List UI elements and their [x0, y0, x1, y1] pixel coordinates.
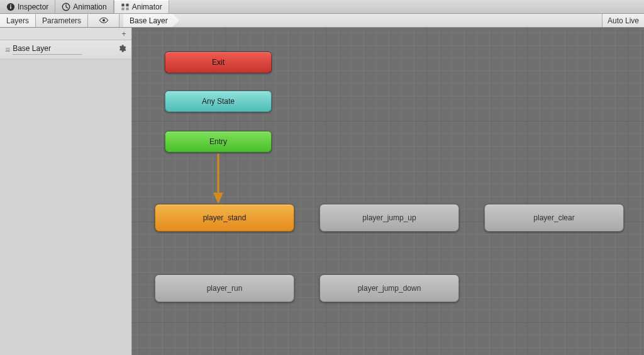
tab-animation-label: Animation — [73, 3, 106, 11]
node-entry[interactable]: Entry — [165, 131, 272, 152]
node-player-clear[interactable]: player_clear — [484, 204, 624, 232]
node-exit-label: Exit — [212, 58, 225, 67]
transition-arrow[interactable] — [208, 154, 233, 210]
node-any-state[interactable]: Any State — [165, 91, 272, 112]
drag-handle-icon[interactable]: ≡ — [5, 45, 9, 55]
state-graph-canvas[interactable]: Exit Any State Entry player_stand player… — [132, 28, 644, 355]
node-player-stand-label: player_stand — [203, 213, 247, 222]
gear-icon[interactable] — [118, 44, 126, 55]
svg-point-2 — [10, 4, 11, 5]
node-player-run[interactable]: player_run — [155, 274, 294, 302]
svg-marker-9 — [213, 193, 223, 204]
svg-rect-6 — [121, 8, 124, 10]
tab-animator-label: Animator — [132, 3, 162, 11]
subtab-layers[interactable]: Layers — [0, 14, 36, 27]
toolbar-spacer — [180, 14, 602, 27]
auto-live-toggle[interactable]: Auto Live — [602, 14, 644, 27]
subtab-parameters[interactable]: Parameters — [36, 14, 88, 27]
layers-sidebar: ＋ ≡ Base Layer — [0, 28, 132, 355]
breadcrumb-label: Base Layer — [130, 16, 168, 25]
sidebar-empty — [0, 59, 131, 355]
tab-animation[interactable]: Animation — [55, 0, 113, 13]
node-player-clear-label: player_clear — [533, 213, 574, 222]
tab-inspector[interactable]: Inspector — [0, 0, 55, 13]
eye-icon — [99, 17, 109, 25]
node-entry-label: Entry — [209, 137, 227, 146]
subtab-layers-label: Layers — [6, 16, 29, 25]
plus-icon[interactable]: ＋ — [120, 28, 128, 39]
add-layer-row: ＋ — [0, 28, 131, 40]
window-tabbar: Inspector Animation Animator — [0, 0, 644, 14]
layer-name-label: Base Layer — [13, 44, 82, 55]
animator-icon — [121, 3, 130, 11]
animator-toolbar: Layers Parameters Base Layer Auto Live — [0, 14, 644, 28]
info-icon — [6, 3, 15, 11]
layer-row-base[interactable]: ≡ Base Layer — [0, 40, 131, 59]
node-player-jump-down-label: player_jump_down — [358, 284, 421, 293]
node-player-jump-up[interactable]: player_jump_up — [319, 204, 459, 232]
breadcrumb[interactable]: Base Layer — [123, 14, 180, 27]
node-player-jump-down[interactable]: player_jump_down — [319, 274, 459, 302]
node-player-run-label: player_run — [207, 284, 243, 293]
auto-live-label: Auto Live — [608, 16, 639, 25]
animator-body: ＋ ≡ Base Layer Exit Any State Entry play… — [0, 28, 644, 355]
svg-rect-5 — [126, 4, 128, 6]
node-player-jump-up-label: player_jump_up — [362, 213, 416, 222]
svg-point-8 — [103, 20, 105, 22]
clock-icon — [62, 3, 70, 11]
node-player-stand[interactable]: player_stand — [155, 204, 294, 232]
tab-animator[interactable]: Animator — [114, 0, 169, 13]
node-any-state-label: Any State — [202, 97, 235, 106]
node-exit[interactable]: Exit — [165, 52, 272, 73]
svg-rect-7 — [126, 8, 128, 10]
visibility-toggle[interactable] — [88, 14, 119, 27]
svg-rect-1 — [10, 6, 11, 8]
tab-inspector-label: Inspector — [18, 3, 48, 11]
subtab-parameters-label: Parameters — [42, 16, 81, 25]
svg-rect-4 — [121, 4, 124, 6]
